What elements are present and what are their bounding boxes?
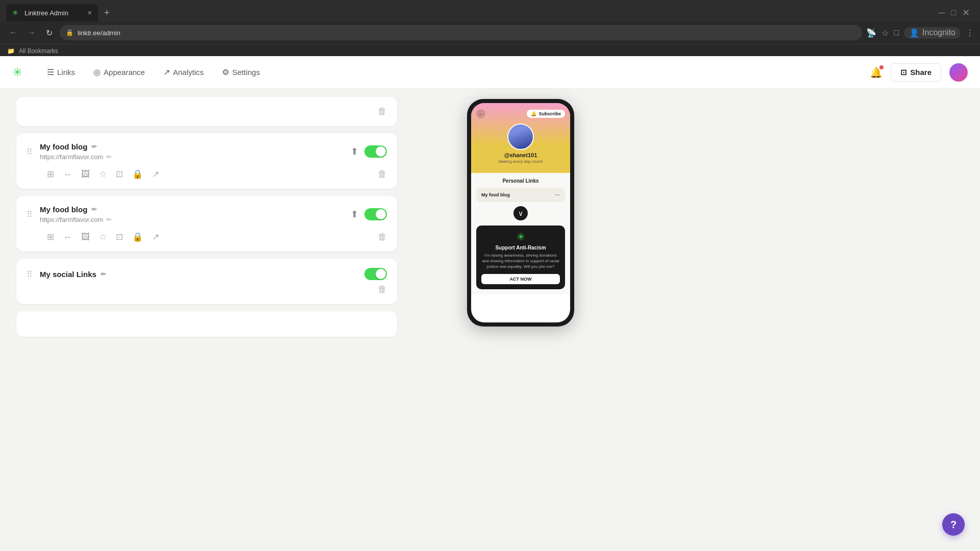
- lock-icon-2[interactable]: 🔒: [132, 232, 143, 242]
- toggle-2[interactable]: [364, 208, 387, 220]
- notification-button[interactable]: 🔔: [870, 66, 883, 79]
- cast-icon[interactable]: 📡: [866, 28, 876, 38]
- chart-icon-1[interactable]: ↗: [152, 169, 159, 180]
- links-panel: 🗑 ⠿ My food blog ✏ https://farmflavor.c: [0, 89, 413, 551]
- phone-anti-racism-block: ✳ Support Anti-Racism I'm raising awaren…: [476, 226, 565, 289]
- nav-links-tab[interactable]: ☰ Links: [39, 63, 83, 81]
- phone-bio: Making every day count!: [476, 159, 565, 164]
- phone-expand-row: ∨: [476, 206, 565, 222]
- delete-button-1[interactable]: 🗑: [378, 169, 387, 180]
- link-card-1-right: ⬆: [351, 145, 387, 158]
- share-link-button-1[interactable]: ⬆: [351, 146, 358, 157]
- profile-icon[interactable]: ⋮: [966, 28, 974, 38]
- link-card-1-url-row: https://farmflavor.com ✏: [40, 153, 351, 161]
- address-bar[interactable]: 🔒 linktr.ee/admin: [60, 25, 862, 40]
- phone-ar-logo-icon: ✳: [481, 231, 560, 243]
- phone-expand-button[interactable]: ∨: [513, 206, 528, 220]
- social-card-header: ⠿ My social Links ✏: [27, 268, 387, 280]
- link-card-1-url-text: https://farmflavor.com: [40, 153, 103, 161]
- link-card-1-title-text: My food blog: [40, 142, 87, 151]
- collection-icon-2[interactable]: ⊡: [116, 232, 123, 242]
- settings-nav-label: Settings: [232, 68, 260, 77]
- link-card-2-title-row: My food blog ✏: [40, 205, 351, 214]
- link-card-2-url-text: https://farmflavor.com: [40, 216, 103, 223]
- link-icon-1[interactable]: ↔: [63, 169, 72, 180]
- phone-top-bar: ← 🔔 Subscribe: [476, 109, 565, 118]
- phone-avatar-image: [508, 124, 533, 149]
- chart-icon-2[interactable]: ↗: [152, 232, 159, 242]
- social-delete-button[interactable]: 🗑: [378, 284, 387, 295]
- star-icon-2[interactable]: ☆: [99, 232, 107, 242]
- link-card-1-info: My food blog ✏ https://farmflavor.com ✏: [40, 142, 351, 161]
- share-button[interactable]: ⊡ Share: [891, 63, 941, 82]
- browser-actions: 📡 ☆ □ 👤 Incognito ⋮: [866, 27, 974, 39]
- avatar[interactable]: [949, 63, 968, 82]
- new-tab-button[interactable]: +: [100, 6, 114, 20]
- social-title-text: My social Links: [40, 270, 96, 279]
- logo-icon[interactable]: ✳: [12, 65, 22, 80]
- collection-icon-1[interactable]: ⊡: [116, 169, 123, 180]
- incognito-badge: 👤 Incognito: [904, 27, 961, 39]
- link-card-2-url-edit[interactable]: ✏: [106, 216, 112, 223]
- link-card-2-info: My food blog ✏ https://farmflavor.com ✏: [40, 205, 351, 223]
- image-icon-2[interactable]: 🖼: [81, 232, 90, 242]
- drag-handle-2[interactable]: ⠿: [27, 210, 33, 219]
- preview-panel: ← 🔔 Subscribe @shanet101 Ma: [413, 89, 628, 551]
- star-icon[interactable]: ☆: [881, 28, 889, 38]
- nav-right: 🔔 ⊡ Share: [870, 63, 968, 82]
- phone-profile-header: ← 🔔 Subscribe @shanet101 Ma: [471, 103, 570, 173]
- address-text: linktr.ee/admin: [78, 29, 120, 37]
- link-card-2-left: ⠿ My food blog ✏ https://farmflavor.com …: [27, 205, 351, 223]
- star-icon-1[interactable]: ☆: [99, 169, 107, 180]
- maximize-button[interactable]: □: [951, 8, 956, 17]
- active-tab[interactable]: ✳ Linktree Admin ×: [6, 4, 98, 21]
- social-links-card: ⠿ My social Links ✏ 🗑: [16, 259, 397, 304]
- partial-delete-button[interactable]: 🗑: [378, 106, 387, 117]
- social-toggle[interactable]: [364, 268, 387, 280]
- links-nav-label: Links: [57, 68, 75, 77]
- share-label: Share: [910, 68, 932, 77]
- nav-analytics-tab[interactable]: ↗ Analytics: [155, 63, 212, 81]
- delete-button-2[interactable]: 🗑: [378, 232, 387, 242]
- phone-ar-title: Support Anti-Racism: [481, 245, 560, 251]
- link-card-1-header: ⠿ My food blog ✏ https://farmflavor.com …: [27, 142, 387, 161]
- extensions-icon[interactable]: □: [894, 28, 899, 37]
- thumbnail-icon-1[interactable]: ⊞: [47, 169, 54, 180]
- link-card-2-right: ⬆: [351, 208, 387, 220]
- nav-settings-tab[interactable]: ⚙ Settings: [214, 63, 268, 81]
- phone-link-item-1[interactable]: My food blog ···: [476, 188, 565, 202]
- social-drag-handle[interactable]: ⠿: [27, 269, 33, 279]
- forward-button[interactable]: →: [24, 27, 39, 38]
- back-button[interactable]: ←: [6, 27, 20, 38]
- link-card-1-url-edit[interactable]: ✏: [106, 153, 112, 161]
- incognito-label: Incognito: [922, 28, 955, 37]
- phone-bell-icon: 🔔: [531, 111, 536, 116]
- thumbnail-icon-2[interactable]: ⊞: [47, 232, 54, 242]
- social-title-edit[interactable]: ✏: [101, 270, 106, 278]
- tab-close-button[interactable]: ×: [88, 9, 92, 16]
- share-link-button-2[interactable]: ⬆: [351, 209, 358, 220]
- minimize-button[interactable]: ─: [939, 8, 945, 18]
- link-icon-2[interactable]: ↔: [63, 232, 72, 242]
- toggle-1[interactable]: [364, 145, 387, 158]
- refresh-button[interactable]: ↻: [43, 27, 56, 39]
- link-card-1: ⠿ My food blog ✏ https://farmflavor.com …: [16, 133, 397, 189]
- link-card-1-title-edit[interactable]: ✏: [91, 143, 97, 151]
- link-card-2-header: ⠿ My food blog ✏ https://farmflavor.com …: [27, 205, 387, 223]
- drag-handle-1[interactable]: ⠿: [27, 147, 33, 157]
- partial-card: 🗑: [16, 97, 397, 126]
- appearance-nav-icon: ◎: [93, 67, 101, 77]
- link-card-2-title-edit[interactable]: ✏: [91, 206, 97, 213]
- phone-user-avatar: [507, 123, 534, 150]
- lock-icon-1[interactable]: 🔒: [132, 169, 143, 180]
- phone-subscribe-button[interactable]: 🔔 Subscribe: [527, 110, 565, 118]
- image-icon-1[interactable]: 🖼: [81, 169, 90, 180]
- phone-back-button[interactable]: ←: [476, 109, 485, 118]
- close-button[interactable]: ✕: [962, 7, 970, 18]
- link-card-2-url-row: https://farmflavor.com ✏: [40, 216, 351, 223]
- phone-mockup: ← 🔔 Subscribe @shanet101 Ma: [467, 99, 574, 327]
- help-button[interactable]: ?: [942, 513, 965, 536]
- nav-appearance-tab[interactable]: ◎ Appearance: [85, 63, 153, 81]
- phone-link-label: My food blog: [481, 192, 510, 197]
- phone-act-now-button[interactable]: ACT NOW: [481, 274, 560, 284]
